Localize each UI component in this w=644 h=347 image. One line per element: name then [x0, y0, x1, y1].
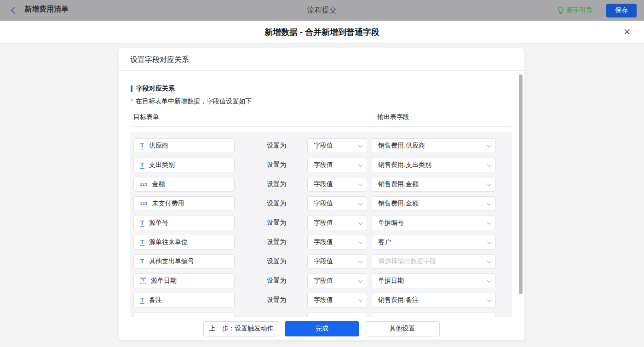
target-field-label: 其他支出单编号 [149, 257, 194, 266]
target-field-input[interactable]: T 源单往来单位 [133, 235, 235, 250]
header-divider [131, 126, 511, 127]
output-field-select[interactable]: 单据编号 [372, 216, 496, 230]
dialog-title-bar: 新增数据 - 合并新增到普通字段 ✕ [0, 21, 644, 44]
set-as-label: 设置为 [267, 219, 288, 227]
chevron-down-icon [487, 182, 492, 186]
table-row: T 源单号 设置为 字段值 单据编号 [133, 216, 512, 230]
chevron-down-icon [358, 162, 363, 167]
lightbulb-icon [558, 6, 564, 14]
section-accent-bar [131, 85, 132, 92]
panel-header: 设置字段对应关系 [119, 48, 524, 71]
previous-step-button[interactable]: 上一步：设置触发动作 [203, 321, 279, 336]
output-field-text: 销售费用.金额 [378, 199, 488, 208]
value-mode-select[interactable]: 字段值 [307, 177, 367, 192]
set-as-label: 设置为 [267, 277, 288, 285]
value-mode-select[interactable]: 字段值 [307, 216, 367, 230]
topbar-center-title: 流程提交 [0, 6, 644, 15]
target-field-input[interactable]: T 其他支出单编号 [133, 254, 235, 269]
value-mode-text: 字段值 [314, 219, 359, 227]
required-asterisk: * [131, 97, 133, 105]
scrollbar[interactable] [519, 74, 523, 294]
text-icon: T [140, 258, 144, 265]
value-mode-select[interactable]: 字段值 [307, 273, 367, 288]
dialog-footer: 上一步：设置触发动作 完成 其他设置 [119, 317, 524, 340]
target-field-label: 未支付费用 [152, 199, 184, 208]
output-field-select[interactable]: 单据日期 [372, 273, 496, 288]
set-as-label: 设置为 [267, 238, 288, 246]
output-field-select[interactable]: 销售费用.备注 [372, 293, 496, 307]
table-row: T 源单往来单位 设置为 字段值 客户 [133, 235, 512, 250]
value-mode-select[interactable]: 字段值 [307, 196, 367, 211]
section-note: 在目标表单中新增数据，字段值设置如下 [136, 97, 252, 105]
set-as-label: 设置为 [267, 161, 288, 169]
text-icon: T [140, 297, 144, 304]
value-mode-text: 字段值 [314, 180, 359, 188]
target-field-input[interactable]: T 备注 [133, 293, 235, 307]
value-mode-select[interactable]: 字段值 [307, 158, 367, 172]
section-title: 字段对应关系 [136, 85, 175, 93]
back-icon[interactable] [11, 7, 18, 14]
target-field-label: 供应商 [149, 142, 168, 150]
target-field-label: 源单往来单位 [149, 238, 188, 246]
number-icon: 123 [140, 182, 148, 187]
output-field-text: 单据编号 [378, 219, 488, 227]
value-mode-select[interactable]: 字段值 [307, 254, 367, 269]
target-field-input[interactable]: 7 源单日期 [133, 273, 235, 288]
table-row: T 支出类别 设置为 字段值 销售费用.支出类别 [133, 158, 512, 172]
chevron-down-icon [487, 278, 492, 283]
output-field-text: 单据日期 [378, 277, 488, 285]
set-as-label: 设置为 [267, 257, 288, 266]
chevron-down-icon [487, 220, 492, 225]
output-field-select[interactable]: 销售费用.金额 [372, 177, 496, 192]
table-row: 123 金额 设置为 字段值 销售费用.金额 [133, 177, 512, 192]
text-icon: T [140, 239, 144, 246]
guide-label: 新手引导 [567, 6, 592, 15]
save-button[interactable]: 保存 [606, 4, 637, 17]
output-field-select[interactable]: 客户 [372, 235, 496, 250]
chevron-down-icon [358, 182, 363, 186]
table-row: 123 未支付费用 设置为 字段值 销售费用.金额 [133, 196, 512, 211]
beginner-guide-link[interactable]: 新手引导 [558, 6, 592, 15]
date-icon: 7 [140, 278, 146, 284]
output-field-select[interactable]: 销售费用.供应商 [372, 138, 496, 153]
table-row: T 供应商 设置为 字段值 销售费用.供应商 [133, 138, 512, 153]
chevron-down-icon [487, 259, 492, 263]
mapping-rows-container: T 供应商 设置为 字段值 销售费用.供应商 T 支出类别 设置为 字段值 销售… [130, 132, 512, 325]
chevron-down-icon [487, 239, 492, 244]
flow-name-title[interactable]: 新增费用清单 [24, 5, 69, 16]
column-headers: 目标表单 输出表字段 [119, 113, 524, 121]
value-mode-select[interactable]: 字段值 [307, 235, 367, 250]
chevron-down-icon [487, 201, 492, 205]
value-mode-text: 字段值 [314, 161, 359, 169]
value-mode-select[interactable]: 字段值 [307, 293, 367, 307]
table-row: T 其他支出单编号 设置为 字段值 请选择输出数据字段 [133, 254, 512, 269]
column-header-target-form: 目标表单 [133, 113, 159, 121]
chevron-down-icon [487, 143, 492, 148]
target-field-input[interactable]: 123 金额 [133, 177, 235, 192]
field-mapping-panel: 设置字段对应关系 字段对应关系 * 在目标表单中新增数据，字段值设置如下 目标表… [119, 48, 524, 340]
target-field-input[interactable]: 123 未支付费用 [133, 196, 235, 211]
chevron-down-icon [487, 297, 492, 302]
chevron-down-icon [358, 239, 363, 244]
target-field-label: 备注 [149, 296, 162, 304]
target-field-input[interactable]: T 源单号 [133, 216, 235, 230]
output-field-text: 销售费用.金额 [378, 180, 488, 188]
value-mode-text: 字段值 [314, 238, 359, 246]
set-as-label: 设置为 [267, 180, 288, 188]
output-field-select[interactable]: 请选择输出数据字段 [372, 254, 496, 269]
text-icon: T [140, 142, 144, 149]
set-as-label: 设置为 [267, 199, 288, 208]
value-mode-select[interactable]: 字段值 [307, 138, 367, 153]
dialog-title: 新增数据 - 合并新增到普通字段 [0, 21, 644, 44]
chevron-down-icon [358, 201, 363, 205]
target-field-input[interactable]: T 支出类别 [133, 158, 235, 172]
panel-body: 字段对应关系 * 在目标表单中新增数据，字段值设置如下 目标表单 输出表字段 T… [119, 71, 524, 340]
output-field-select[interactable]: 销售费用.金额 [372, 196, 496, 211]
other-settings-button[interactable]: 其他设置 [365, 321, 440, 336]
close-icon[interactable]: ✕ [621, 26, 633, 38]
number-icon: 123 [140, 201, 148, 206]
done-button[interactable]: 完成 [285, 321, 359, 336]
column-header-output-field: 输出表字段 [377, 113, 409, 121]
target-field-input[interactable]: T 供应商 [133, 138, 235, 153]
output-field-select[interactable]: 销售费用.支出类别 [372, 158, 496, 172]
